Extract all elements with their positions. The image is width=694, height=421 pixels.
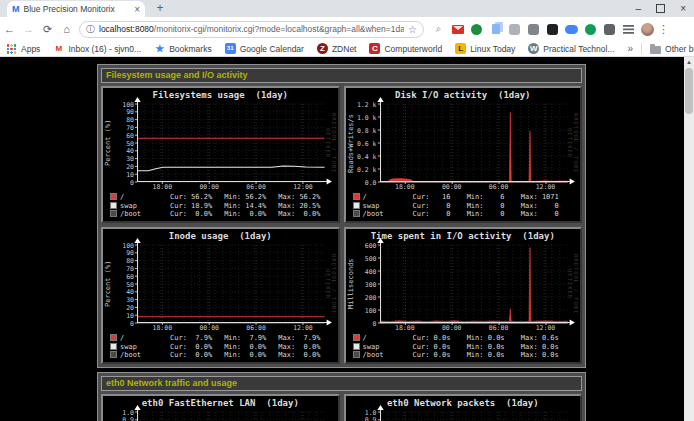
window-titlebar: M Blue Precision Monitorix × + – ×	[0, 0, 694, 17]
extensions-puzzle-icon[interactable]	[603, 23, 616, 36]
legend-swatch	[110, 193, 117, 200]
linuxtoday-icon: L	[455, 43, 466, 54]
bookmarks-overflow-icon[interactable]: »	[628, 43, 634, 54]
extension-icons: ⌕	[432, 23, 654, 36]
folder-icon	[650, 46, 661, 54]
bookmark-label: Practical Technol...	[543, 44, 614, 54]
green-circle-extension-icon[interactable]	[584, 23, 597, 36]
section-header: Filesystem usage and I/O activity	[101, 68, 582, 83]
divider	[641, 43, 642, 54]
plot-area	[137, 245, 325, 323]
chart-eth0-fastethernet-lan-1day-[interactable]: eth0 FastEthernet LAN (1day)Kbytes/s1.00…	[101, 394, 340, 421]
zdnet-icon: Z	[317, 43, 328, 54]
green-badge-extension-icon	[471, 24, 482, 35]
legend-value: Min: 6	[467, 193, 521, 202]
y-axis-label: Kbytes/s	[104, 412, 113, 421]
chart-disk-i-o-activity-1day-[interactable]: Disk I/O activity (1day)Reads+Writes/s1.…	[344, 86, 583, 223]
section-network: eth0 Network traffic and usageeth0 FastE…	[97, 372, 586, 421]
y-axis-ticks: 1009080706050403020100	[113, 104, 137, 182]
minimize-icon[interactable]: –	[636, 0, 642, 17]
legend-series-name: /boot	[110, 210, 170, 219]
legend-series-name: swap	[353, 343, 413, 352]
cast-extension-icon	[528, 24, 539, 35]
chart-legend: /Cur: 56.2%Min: 56.2%Max: 56.2%swapCur: …	[110, 193, 333, 219]
maximize-icon[interactable]	[656, 4, 665, 13]
bookmark-item[interactable]: Apps	[6, 43, 40, 54]
bookmark-item[interactable]: LLinux Today	[455, 43, 515, 54]
back-icon[interactable]: ←	[0, 23, 19, 35]
legend-value: Cur: 0.0s	[413, 334, 467, 343]
legend-value: Max: 0.0%	[278, 343, 332, 352]
chart-time-spent-in-i-o-activity-1day-[interactable]: Time spent in I/O activity (1day)Millise…	[344, 227, 583, 364]
legend-value: Cur: 0.0%	[170, 351, 224, 360]
profile-avatar	[641, 23, 654, 36]
chart-filesystems-usage-1day-[interactable]: Filesystems usage (1day)Percent (%)10090…	[101, 86, 340, 223]
pages-extension-icon[interactable]	[489, 23, 502, 36]
legend-value: Max: 0.6s	[521, 334, 575, 343]
blue-oval-extension-icon[interactable]	[565, 23, 578, 36]
chart-inode-usage-1day-[interactable]: Inode usage (1day)Percent (%)10090807060…	[101, 227, 340, 364]
legend-series-name: /	[110, 193, 170, 202]
bookmark-item[interactable]: WPractical Technol...	[528, 43, 614, 54]
bookmark-item[interactable]: CComputerworld	[369, 43, 442, 54]
bookmark-item[interactable]: ZZDNet	[317, 43, 357, 54]
search-icon[interactable]: ⌕	[432, 23, 445, 36]
legend-value: Cur: 0.0%	[170, 210, 224, 219]
legend-series-name: /	[353, 334, 413, 343]
legend-series-name: /boot	[353, 351, 413, 360]
window-close-icon[interactable]: ×	[680, 0, 686, 17]
legend-value: Min: 0	[467, 210, 521, 219]
mail-extension-icon[interactable]	[451, 23, 464, 36]
vertical-scrollbar[interactable]: ▲	[684, 57, 694, 421]
dark-app-extension-icon[interactable]	[546, 23, 559, 36]
legend-value: Cur: 0	[413, 202, 467, 211]
chart-legend: /Cur: 0.0sMin: 0.0sMax: 0.6sswapCur: 0.0…	[353, 334, 576, 360]
rrdtool-watermark: RRDTOOL / TOBI OETIKER	[325, 104, 337, 182]
page-content: Filesystem usage and I/O activityFilesys…	[0, 57, 694, 421]
legend-swatch	[353, 193, 360, 200]
legend-value: Max: 0.0s	[521, 343, 575, 352]
tab-list-icon	[623, 25, 634, 34]
bookmark-item[interactable]: 31Google Calendar	[225, 43, 304, 54]
legend-swatch	[110, 343, 117, 350]
bookmark-item[interactable]: MInbox (16) - sjvn0...	[53, 43, 141, 54]
page-info-icon[interactable]: ⓘ	[86, 23, 95, 36]
scrollbar-thumb[interactable]	[685, 68, 693, 114]
cast-extension-icon[interactable]	[527, 23, 540, 36]
chart-eth0-network-packets-1day-[interactable]: eth0 Network packets (1day)Packets/s1.00…	[344, 394, 583, 421]
x-axis-ticks: 18:0000:0006:0012:00	[137, 183, 325, 192]
y-axis-ticks: 6005004003002001000	[356, 245, 380, 323]
address-bar[interactable]: ⓘ localhost:8080/monitorix-cgi/monitorix…	[79, 21, 424, 38]
x-axis-ticks: 18:0000:0006:0012:00	[380, 183, 568, 192]
gray-app-extension-icon[interactable]	[508, 23, 521, 36]
legend-value: Max: 0	[521, 202, 575, 211]
tab-title: Blue Precision Monitorix	[24, 4, 132, 14]
profile-avatar[interactable]	[641, 23, 654, 36]
kebab-menu-icon[interactable]: ⋮	[658, 23, 669, 36]
section-header: eth0 Network traffic and usage	[101, 376, 582, 391]
dark-app-extension-icon	[547, 24, 558, 35]
search-icon: ⌕	[436, 23, 442, 35]
mail-extension-icon	[452, 25, 464, 34]
tab-close-icon[interactable]: ×	[134, 4, 140, 15]
reload-icon[interactable]: ⟳	[38, 23, 57, 36]
bookmark-star-icon[interactable]: ☆	[408, 24, 417, 35]
plot-area	[137, 104, 325, 182]
legend-value: Max: 7.9%	[278, 334, 332, 343]
chart-legend: /Cur: 16Min: 6Max: 1071swapCur: 0Min: 0M…	[353, 193, 576, 219]
tab-list-icon[interactable]	[622, 23, 635, 36]
bookmark-item[interactable]: ★Bookmarks	[154, 43, 212, 54]
green-badge-extension-icon[interactable]	[470, 23, 483, 36]
bookmark-label: Google Calendar	[240, 44, 304, 54]
new-tab-button[interactable]: +	[152, 1, 168, 16]
browser-tab[interactable]: M Blue Precision Monitorix ×	[7, 1, 145, 17]
forward-icon[interactable]: →	[19, 23, 38, 35]
home-icon[interactable]: ⌂	[57, 23, 76, 35]
legend-value: Cur: 0	[413, 210, 467, 219]
bookmark-label: Apps	[21, 44, 40, 54]
legend-value: Min: 7.9%	[224, 334, 278, 343]
y-axis-label: Packets/s	[347, 412, 356, 421]
other-bookmarks-button[interactable]: Other bookmarks	[650, 44, 694, 54]
legend-series-name: /boot	[353, 210, 413, 219]
scroll-up-icon[interactable]: ▲	[684, 57, 694, 68]
